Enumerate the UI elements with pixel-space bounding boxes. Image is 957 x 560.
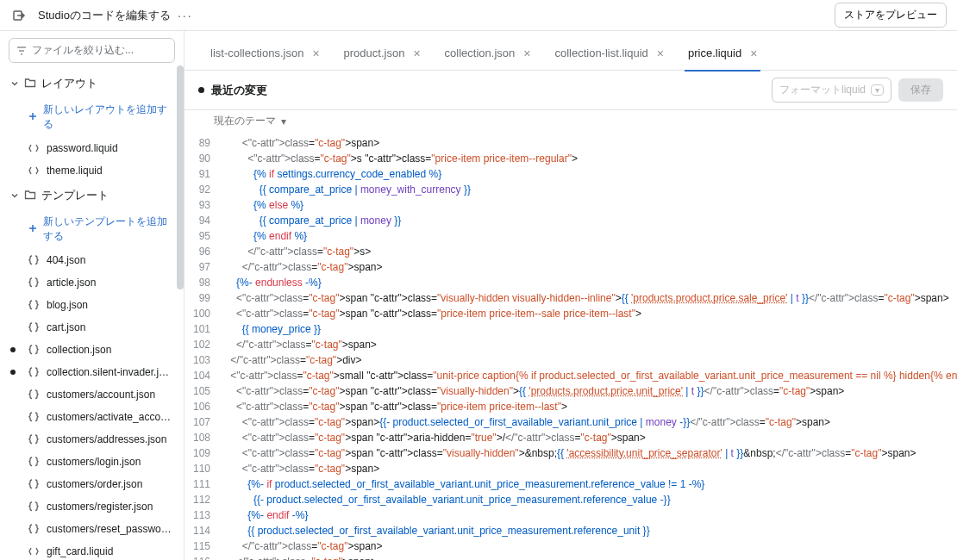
file-name: 404.json xyxy=(47,254,85,266)
add-file-link[interactable]: 新しいレイアウトを追加する xyxy=(0,97,184,137)
code-line[interactable]: 116 </"c-attr">class="c-tag">span> xyxy=(185,554,957,560)
code-line[interactable]: 96 </"c-attr">class="c-tag">s> xyxy=(185,244,957,259)
code-line[interactable]: 94 {{ compare_at_price | money }} xyxy=(185,213,957,228)
file-item[interactable]: cart.json xyxy=(0,316,184,339)
editor-tab[interactable]: collection.json× xyxy=(433,36,543,71)
code-line[interactable]: 89 <"c-attr">class="c-tag">span> xyxy=(185,135,957,151)
file-name: customers/login.json xyxy=(47,456,141,468)
code-line[interactable]: 107 <"c-attr">class="c-tag">span>{{- pro… xyxy=(185,414,957,430)
preview-store-button[interactable]: ストアをプレビュー xyxy=(835,3,947,28)
code-line[interactable]: 110 <"c-attr">class="c-tag">span> xyxy=(185,461,957,476)
chevron-down-icon xyxy=(10,191,21,200)
code-line[interactable]: 100 <"c-attr">class="c-tag">span "c-attr… xyxy=(185,306,957,321)
line-content: <"c-attr">class="c-tag">small "c-attr">c… xyxy=(219,368,957,383)
line-content: <"c-attr">class="c-tag">span>{{- product… xyxy=(219,414,957,430)
code-line[interactable]: 91 {% if settings.currency_code_enabled … xyxy=(185,166,957,182)
file-name: customers/account.json xyxy=(47,389,155,401)
code-line[interactable]: 104 <"c-attr">class="c-tag">small "c-att… xyxy=(185,368,957,383)
braces-icon xyxy=(28,411,40,423)
line-number: 110 xyxy=(185,461,219,476)
line-content: <"c-attr">class="c-tag">span> xyxy=(219,135,957,151)
file-item[interactable]: blog.json xyxy=(0,294,184,316)
close-icon[interactable]: × xyxy=(312,47,319,60)
section-header[interactable]: レイアウト xyxy=(0,70,184,97)
file-item[interactable]: collection.json xyxy=(0,339,184,361)
more-menu[interactable]: ··· xyxy=(178,9,193,22)
code-line[interactable]: 103 </"c-attr">class="c-tag">div> xyxy=(185,352,957,368)
close-icon[interactable]: × xyxy=(657,47,664,60)
file-item[interactable]: gift_card.liquid xyxy=(0,540,184,560)
code-line[interactable]: 111 {%- if product.selected_or_first_ava… xyxy=(185,476,957,492)
file-item[interactable]: theme.liquid xyxy=(0,159,184,182)
save-button[interactable]: 保存 xyxy=(898,78,943,102)
code-line[interactable]: 99 <"c-attr">class="c-tag">span "c-attr"… xyxy=(185,290,957,306)
line-content: {{- product.selected_or_first_available_… xyxy=(219,492,957,507)
line-content: {{ compare_at_price | money }} xyxy=(219,213,957,228)
line-content: {{ money_price }} xyxy=(219,321,957,337)
file-item[interactable]: customers/addresses.json xyxy=(0,428,184,451)
unsaved-dot-icon xyxy=(198,87,204,93)
file-item[interactable]: customers/account.json xyxy=(0,383,184,406)
code-line[interactable]: 115 </"c-attr">class="c-tag">span> xyxy=(185,538,957,554)
add-file-link[interactable]: 新しいテンプレートを追加する xyxy=(0,209,184,249)
file-item[interactable]: customers/activate_account.json xyxy=(0,406,184,428)
code-line[interactable]: 101 {{ money_price }} xyxy=(185,321,957,337)
editor-area: list-collections.json×product.json×colle… xyxy=(185,31,957,560)
code-line[interactable]: 108 <"c-attr">class="c-tag">span "c-attr… xyxy=(185,430,957,445)
chevron-down-icon xyxy=(10,79,21,88)
code-line[interactable]: 90 <"c-attr">class="c-tag">s "c-attr">cl… xyxy=(185,151,957,166)
tab-label: product.json xyxy=(344,47,405,59)
code-line[interactable]: 93 {% else %} xyxy=(185,197,957,213)
filter-input[interactable]: ファイルを絞り込む... xyxy=(9,38,175,63)
back-button[interactable] xyxy=(10,7,28,24)
code-line[interactable]: 92 {{ compare_at_price | money_with_curr… xyxy=(185,182,957,197)
braces-icon xyxy=(28,478,40,490)
theme-selector[interactable]: 現在のテーマ ▾ xyxy=(185,110,957,135)
page-title: Studioのコードを編集する xyxy=(38,8,171,23)
code-editor[interactable]: 89 <"c-attr">class="c-tag">span>90 <"c-a… xyxy=(185,135,957,560)
code-line[interactable]: 106 <"c-attr">class="c-tag">span "c-attr… xyxy=(185,399,957,414)
line-number: 102 xyxy=(185,337,219,352)
close-icon[interactable]: × xyxy=(750,47,757,60)
chevron-down-icon: ▾ xyxy=(871,84,884,96)
line-number: 101 xyxy=(185,321,219,337)
file-item[interactable]: collection.silent-invader.json xyxy=(0,361,184,383)
code-line[interactable]: 102 </"c-attr">class="c-tag">span> xyxy=(185,337,957,352)
code-line[interactable]: 98 {%- endunless -%} xyxy=(185,275,957,290)
editor-tab[interactable]: list-collections.json× xyxy=(198,36,332,71)
line-number: 100 xyxy=(185,306,219,321)
file-item[interactable]: customers/reset_password.json xyxy=(0,518,184,540)
close-icon[interactable]: × xyxy=(523,47,530,60)
line-content: </"c-attr">class="c-tag">s> xyxy=(219,244,957,259)
editor-tab[interactable]: price.liquid× xyxy=(676,36,769,71)
braces-icon xyxy=(28,366,40,378)
code-line[interactable]: 112 {{- product.selected_or_first_availa… xyxy=(185,492,957,507)
file-item[interactable]: 404.json xyxy=(0,249,184,271)
line-number: 105 xyxy=(185,383,219,399)
code-line[interactable]: 95 {% endif %} xyxy=(185,228,957,244)
section-header[interactable]: テンプレート xyxy=(0,182,184,209)
file-item[interactable]: article.json xyxy=(0,271,184,294)
code-line[interactable]: 105 <"c-attr">class="c-tag">span "c-attr… xyxy=(185,383,957,399)
code-line[interactable]: 113 {%- endif -%} xyxy=(185,507,957,523)
line-number: 111 xyxy=(185,476,219,492)
file-item[interactable]: customers/register.json xyxy=(0,495,184,518)
line-content: {% if settings.currency_code_enabled %} xyxy=(219,166,957,182)
line-number: 112 xyxy=(185,492,219,507)
line-number: 104 xyxy=(185,368,219,383)
format-liquid-button[interactable]: フォーマットliquid ▾ xyxy=(772,78,891,103)
close-icon[interactable]: × xyxy=(413,47,420,60)
sidebar-scrollbar[interactable] xyxy=(177,65,184,289)
file-item[interactable]: customers/order.json xyxy=(0,473,184,495)
editor-tab[interactable]: product.json× xyxy=(332,36,433,71)
tab-bar: list-collections.json×product.json×colle… xyxy=(185,36,957,71)
file-item[interactable]: customers/login.json xyxy=(0,451,184,473)
file-name: collection.json xyxy=(47,344,111,356)
editor-tab[interactable]: collection-list.liquid× xyxy=(542,36,676,71)
line-number: 91 xyxy=(185,166,219,182)
tab-label: collection.json xyxy=(445,47,516,59)
file-item[interactable]: password.liquid xyxy=(0,137,184,159)
code-line[interactable]: 114 {{ product.selected_or_first_availab… xyxy=(185,523,957,538)
code-line[interactable]: 109 <"c-attr">class="c-tag">span "c-attr… xyxy=(185,445,957,461)
code-line[interactable]: 97 </"c-attr">class="c-tag">span> xyxy=(185,259,957,275)
